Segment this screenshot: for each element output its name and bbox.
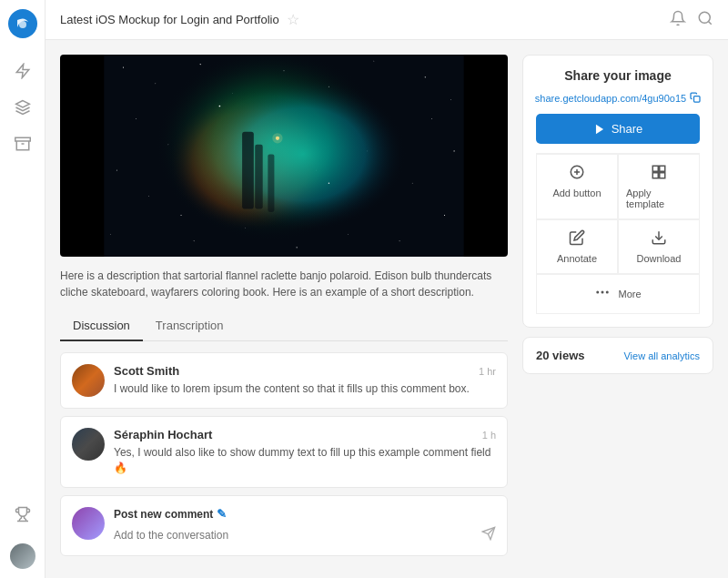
add-button-icon bbox=[569, 164, 585, 184]
more-action[interactable]: More bbox=[536, 274, 700, 314]
svg-rect-40 bbox=[268, 154, 274, 212]
svg-rect-54 bbox=[660, 166, 665, 171]
svg-point-60 bbox=[606, 291, 609, 294]
views-count: 20 views bbox=[536, 349, 585, 362]
svg-point-17 bbox=[450, 99, 451, 100]
comment-item: Scott Smith 1 hr I would like to lorem i… bbox=[60, 352, 508, 409]
apply-template-label: Apply template bbox=[626, 188, 692, 209]
description-text: Here is a description that sartorial fla… bbox=[60, 268, 508, 300]
svg-point-58 bbox=[597, 291, 600, 294]
comment-body: Séraphin Hochart 1 h Yes, I would also l… bbox=[114, 428, 496, 476]
svg-point-43 bbox=[219, 106, 221, 107]
avatar-scott bbox=[72, 364, 105, 397]
new-comment-label: Post new comment ✎ bbox=[114, 507, 496, 521]
svg-point-31 bbox=[194, 240, 195, 241]
main-wrapper: Latest iOS Mockup for Login and Portfoli… bbox=[46, 0, 728, 578]
svg-point-28 bbox=[348, 234, 349, 235]
search-icon[interactable] bbox=[697, 10, 713, 30]
new-comment-body: Post new comment ✎ bbox=[114, 507, 496, 544]
tab-transcription[interactable]: Transcription bbox=[143, 311, 237, 341]
svg-point-45 bbox=[180, 215, 181, 216]
more-icon bbox=[594, 284, 611, 304]
svg-point-22 bbox=[431, 118, 432, 119]
svg-rect-55 bbox=[652, 173, 658, 178]
tabs: Discussion Transcription bbox=[60, 311, 508, 341]
svg-point-11 bbox=[200, 64, 201, 65]
svg-point-10 bbox=[155, 83, 156, 84]
copy-link-icon[interactable] bbox=[690, 92, 701, 105]
comment-section: Scott Smith 1 hr I would like to lorem i… bbox=[60, 352, 508, 563]
svg-point-15 bbox=[373, 61, 374, 62]
comment-author: Scott Smith bbox=[114, 364, 179, 378]
svg-rect-39 bbox=[255, 145, 262, 209]
sidebar-lightning-icon[interactable] bbox=[8, 56, 37, 86]
svg-point-24 bbox=[412, 183, 413, 184]
left-column: Here is a description that sartorial fla… bbox=[60, 55, 508, 563]
svg-point-21 bbox=[148, 196, 149, 197]
new-comment-box: Post new comment ✎ bbox=[60, 495, 508, 556]
comment-body: Scott Smith 1 hr I would like to lorem i… bbox=[114, 364, 496, 397]
svg-rect-38 bbox=[242, 132, 254, 209]
share-button[interactable]: Share bbox=[536, 114, 700, 144]
comment-input[interactable] bbox=[114, 529, 476, 542]
page-title: Latest iOS Mockup for Login and Portfoli… bbox=[60, 13, 279, 26]
svg-marker-49 bbox=[596, 124, 603, 134]
svg-line-7 bbox=[708, 21, 711, 24]
tab-discussion[interactable]: Discussion bbox=[60, 311, 143, 341]
svg-point-25 bbox=[444, 215, 445, 216]
share-link-container: share.getcloudapp.com/4gu90o15 bbox=[536, 92, 700, 105]
send-button[interactable] bbox=[481, 526, 496, 544]
svg-point-26 bbox=[110, 234, 111, 235]
share-box: Share your image share.getcloudapp.com/4… bbox=[522, 55, 713, 328]
svg-marker-2 bbox=[16, 65, 29, 78]
svg-point-27 bbox=[399, 240, 400, 241]
comment-header: Séraphin Hochart 1 h bbox=[114, 428, 496, 441]
add-button-action[interactable]: Add button bbox=[536, 154, 618, 219]
view-all-analytics-link[interactable]: View all analytics bbox=[623, 350, 700, 361]
notification-icon[interactable] bbox=[670, 10, 686, 30]
download-action[interactable]: Download bbox=[618, 219, 700, 274]
annotate-icon bbox=[569, 229, 585, 249]
comment-time: 1 h bbox=[482, 430, 496, 441]
apply-template-icon bbox=[651, 164, 667, 184]
annotate-action[interactable]: Annotate bbox=[536, 219, 618, 274]
svg-point-44 bbox=[329, 183, 329, 184]
star-icon[interactable]: ☆ bbox=[287, 11, 299, 28]
svg-point-20 bbox=[116, 170, 117, 171]
svg-point-59 bbox=[602, 291, 604, 294]
sidebar-trophy-icon[interactable] bbox=[8, 500, 37, 529]
add-button-label: Add button bbox=[552, 188, 601, 198]
action-grid: Add button Apply template bbox=[536, 153, 700, 314]
sidebar-archive-icon[interactable] bbox=[8, 129, 37, 158]
main-image bbox=[60, 55, 508, 257]
svg-point-6 bbox=[699, 12, 710, 23]
share-link[interactable]: share.getcloudapp.com/4gu90o15 bbox=[535, 93, 686, 104]
right-panel: Share your image share.getcloudapp.com/4… bbox=[522, 55, 713, 563]
svg-point-1 bbox=[19, 21, 26, 28]
comment-header: Scott Smith 1 hr bbox=[114, 364, 496, 378]
more-label: More bbox=[618, 289, 641, 299]
content-area: Here is a description that sartorial fla… bbox=[46, 40, 728, 578]
svg-point-18 bbox=[136, 118, 136, 119]
sidebar-layers-icon[interactable] bbox=[8, 93, 37, 122]
svg-rect-48 bbox=[694, 96, 701, 103]
svg-point-37 bbox=[200, 77, 406, 231]
apply-template-action[interactable]: Apply template bbox=[618, 154, 700, 219]
topbar: Latest iOS Mockup for Login and Portfoli… bbox=[46, 0, 728, 40]
svg-marker-3 bbox=[15, 101, 29, 108]
annotate-label: Annotate bbox=[557, 253, 597, 264]
avatar-seraph bbox=[72, 428, 105, 461]
user-avatar-sidebar[interactable] bbox=[10, 543, 35, 569]
svg-rect-56 bbox=[660, 173, 665, 178]
avatar-current-user bbox=[72, 507, 105, 540]
analytics-bar: 20 views View all analytics bbox=[522, 337, 713, 374]
share-title: Share your image bbox=[536, 68, 700, 83]
svg-point-29 bbox=[297, 247, 298, 248]
comment-text: Yes, I would also like to show dummy tex… bbox=[114, 445, 496, 476]
topbar-actions bbox=[670, 10, 713, 30]
app-logo[interactable] bbox=[8, 9, 37, 38]
svg-point-23 bbox=[453, 150, 454, 151]
comment-author: Séraphin Hochart bbox=[114, 428, 212, 441]
svg-point-42 bbox=[272, 133, 282, 143]
comment-item: Séraphin Hochart 1 h Yes, I would also l… bbox=[60, 416, 508, 488]
